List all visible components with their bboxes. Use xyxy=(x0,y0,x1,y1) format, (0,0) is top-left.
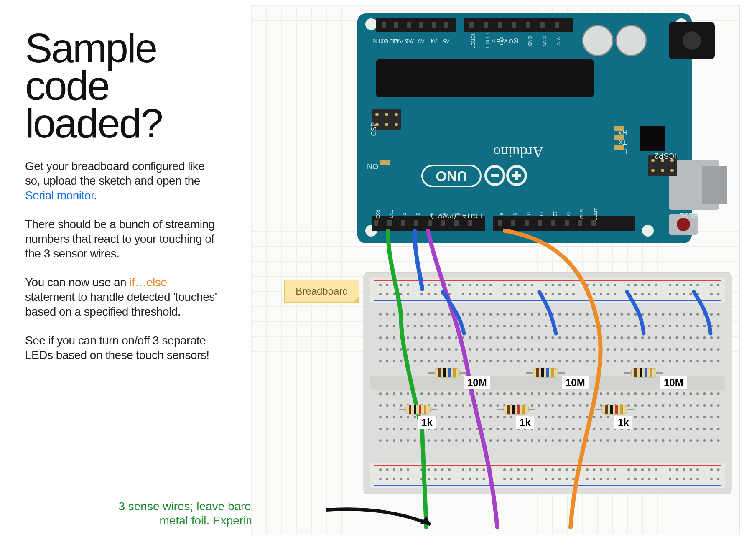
svg-point-642 xyxy=(489,416,492,418)
svg-point-131 xyxy=(566,284,568,286)
svg-rect-785 xyxy=(541,368,544,377)
on-led-label: ON xyxy=(367,162,378,171)
svg-point-284 xyxy=(434,313,437,316)
svg-point-389 xyxy=(469,336,471,339)
svg-point-721 xyxy=(690,428,692,430)
svg-point-600 xyxy=(545,404,547,407)
svg-point-749 xyxy=(538,439,540,442)
svg-point-140 xyxy=(641,284,644,286)
svg-point-410 xyxy=(614,336,616,339)
svg-point-456 xyxy=(586,348,589,351)
svg-point-128 xyxy=(545,284,547,286)
svg-point-10 xyxy=(583,25,613,56)
svg-point-353 xyxy=(566,325,568,327)
svg-point-119 xyxy=(469,284,471,286)
svg-point-621 xyxy=(690,404,692,407)
para1-b: . xyxy=(94,189,97,202)
svg-point-267 xyxy=(648,478,651,480)
svg-rect-68 xyxy=(374,220,378,226)
svg-point-212 xyxy=(545,468,547,471)
svg-point-136 xyxy=(607,284,609,286)
svg-rect-11 xyxy=(640,126,665,151)
svg-rect-48 xyxy=(432,22,436,28)
svg-point-511 xyxy=(621,360,623,362)
svg-point-281 xyxy=(414,313,416,316)
svg-point-431 xyxy=(414,348,416,351)
svg-point-487 xyxy=(455,360,458,362)
svg-point-654 xyxy=(572,416,575,418)
svg-point-237 xyxy=(400,478,403,480)
svg-point-216 xyxy=(572,468,575,471)
svg-point-693 xyxy=(497,428,499,430)
svg-point-236 xyxy=(393,478,395,480)
svg-rect-40 xyxy=(382,22,386,28)
footnote-arrow xyxy=(322,501,447,535)
svg-point-153 xyxy=(400,293,403,295)
svg-point-518 xyxy=(669,360,671,362)
svg-text:RX0: RX0 xyxy=(375,209,380,218)
svg-point-308 xyxy=(600,313,602,316)
svg-point-385 xyxy=(441,336,444,339)
svg-point-176 xyxy=(593,293,596,295)
svg-point-503 xyxy=(566,360,568,362)
svg-point-209 xyxy=(517,468,520,471)
svg-point-452 xyxy=(558,348,561,351)
svg-text:12: 12 xyxy=(553,211,558,216)
svg-point-435 xyxy=(441,348,444,351)
svg-point-717 xyxy=(662,428,665,430)
svg-rect-62 xyxy=(540,22,545,28)
svg-rect-778 xyxy=(438,368,441,377)
svg-point-334 xyxy=(434,325,437,327)
svg-point-676 xyxy=(379,428,382,430)
svg-point-415 xyxy=(648,336,651,339)
svg-point-544 xyxy=(503,392,506,395)
svg-point-18 xyxy=(670,169,674,172)
svg-point-224 xyxy=(641,468,644,471)
svg-point-470 xyxy=(683,348,685,351)
svg-point-516 xyxy=(655,360,657,362)
svg-point-420 xyxy=(683,336,685,339)
svg-point-178 xyxy=(607,293,609,295)
svg-point-386 xyxy=(448,336,451,339)
svg-point-715 xyxy=(648,428,651,430)
svg-point-671 xyxy=(690,416,692,418)
svg-point-182 xyxy=(641,293,644,295)
svg-point-316 xyxy=(655,313,657,316)
svg-point-618 xyxy=(669,404,671,407)
svg-point-280 xyxy=(407,313,409,316)
svg-point-692 xyxy=(489,428,492,430)
svg-point-417 xyxy=(662,336,665,339)
svg-rect-4 xyxy=(376,59,594,97)
svg-rect-787 xyxy=(551,368,554,377)
svg-point-376 xyxy=(379,336,382,339)
svg-point-320 xyxy=(683,313,685,316)
svg-point-446 xyxy=(517,348,520,351)
svg-rect-98 xyxy=(591,220,596,226)
svg-point-268 xyxy=(655,478,657,480)
svg-point-743 xyxy=(497,439,499,442)
svg-point-669 xyxy=(676,416,678,418)
svg-point-160 xyxy=(462,293,464,295)
svg-point-361 xyxy=(621,325,623,327)
svg-point-223 xyxy=(634,468,637,471)
svg-point-637 xyxy=(455,416,458,418)
svg-rect-52 xyxy=(469,22,474,28)
svg-point-271 xyxy=(683,478,685,480)
svg-point-177 xyxy=(600,293,602,295)
svg-point-636 xyxy=(448,416,451,418)
svg-point-247 xyxy=(483,478,485,480)
svg-point-731 xyxy=(414,439,416,442)
svg-point-745 xyxy=(510,439,513,442)
svg-point-752 xyxy=(558,439,561,442)
svg-point-373 xyxy=(703,325,706,327)
svg-point-240 xyxy=(428,478,430,480)
svg-point-330 xyxy=(407,325,409,327)
svg-point-455 xyxy=(579,348,582,351)
svg-point-494 xyxy=(503,360,506,362)
svg-point-665 xyxy=(648,416,651,418)
svg-point-523 xyxy=(703,360,706,362)
svg-point-318 xyxy=(669,313,671,316)
serial-monitor-link[interactable]: Serial monitor xyxy=(25,189,94,202)
svg-point-111 xyxy=(400,284,403,286)
svg-point-554 xyxy=(572,392,575,395)
